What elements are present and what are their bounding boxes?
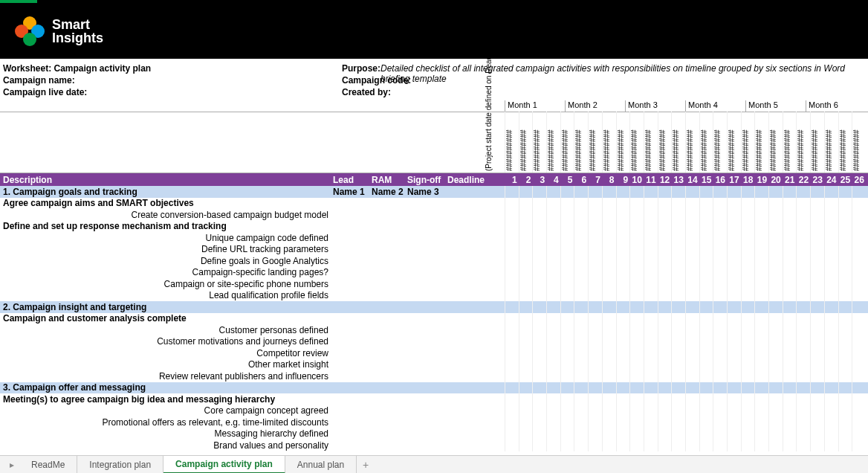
row-description: Define URL tracking parameters — [0, 244, 333, 254]
sheet-tab[interactable]: Annual plan — [285, 456, 357, 474]
table-row[interactable]: Messaging hierarchy defined — [0, 428, 868, 440]
table-row[interactable]: Create conversion-based campaign budget … — [0, 209, 868, 221]
row-timeline — [493, 255, 868, 267]
table-row[interactable]: Review relevant publishers and influence… — [0, 370, 868, 382]
week-number: 24 — [824, 175, 838, 185]
purpose-label: Purpose: — [342, 63, 380, 75]
add-sheet-button[interactable]: + — [357, 459, 375, 471]
header-deadline: Deadline — [447, 175, 493, 185]
date-column: ########## — [852, 112, 866, 173]
column-headers: Description Lead RAM Sign-off Deadline 1… — [0, 173, 868, 186]
week-number: 19 — [754, 175, 768, 185]
month-header: Month 4 — [685, 100, 745, 112]
row-timeline — [493, 382, 868, 394]
worksheet-label: Worksheet: Campaign activity plan — [3, 63, 151, 75]
row-description: Meeting(s) to agree campaign big idea an… — [0, 394, 333, 405]
row-description: Messaging hierarchy defined — [0, 428, 333, 439]
date-column: ########## — [671, 112, 685, 173]
table-row[interactable]: Campaign and customer analysis complete — [0, 313, 868, 325]
table-row[interactable]: Define URL tracking parameters — [0, 244, 868, 256]
table-row[interactable]: 2. Campaign insight and targeting — [0, 301, 868, 313]
table-row[interactable]: Unique campaign code defined — [0, 232, 868, 244]
sheet-tab[interactable]: Campaign activity plan — [163, 456, 285, 474]
created-by-label: Created by: — [342, 87, 416, 99]
dates-row: (Project start date defined on ReadMe) #… — [0, 112, 868, 173]
row-timeline — [493, 244, 868, 256]
row-description: Campaign-specific landing pages? — [0, 267, 333, 277]
date-column: ########## — [505, 112, 519, 173]
week-number: 3 — [532, 175, 546, 185]
row-timeline — [493, 370, 868, 382]
logo-text: SmartInsights — [52, 18, 103, 45]
month-header: Month 3 — [625, 100, 685, 112]
row-description: 1. Campaign goals and tracking — [0, 187, 333, 197]
week-number: 26 — [852, 175, 866, 185]
tab-nav-prev-icon[interactable]: ▸ — [4, 460, 19, 470]
row-ram: Name 2 — [372, 187, 407, 197]
table-row[interactable]: 1. Campaign goals and trackingName 1Name… — [0, 186, 868, 198]
data-rows: 1. Campaign goals and trackingName 1Name… — [0, 186, 868, 451]
row-timeline — [493, 301, 868, 313]
table-row[interactable]: Campaign-specific landing pages? — [0, 267, 868, 279]
week-number: 15 — [699, 175, 713, 185]
table-row[interactable]: Define goals in Google Analytics — [0, 255, 868, 267]
week-number: 18 — [741, 175, 755, 185]
months-row: Month 1Month 2Month 3Month 4Month 5Month… — [0, 100, 868, 112]
table-row[interactable]: Competitor review — [0, 347, 868, 359]
week-number: 20 — [768, 175, 783, 185]
week-number: 11 — [644, 175, 658, 185]
sheet-tab[interactable]: ReadMe — [19, 456, 77, 474]
week-number: 9 — [616, 175, 630, 185]
table-row[interactable]: Core campaign concept agreed — [0, 405, 868, 417]
date-column: ########## — [727, 112, 741, 173]
row-description: 2. Campaign insight and targeting — [0, 302, 333, 312]
row-description: Agree campaign aims and SMART objectives — [0, 198, 333, 208]
row-timeline — [493, 313, 868, 325]
campaign-code-label: Campaign code: — [342, 75, 416, 87]
table-row[interactable]: 3. Campaign offer and messaging — [0, 382, 868, 394]
date-column: ########## — [741, 112, 755, 173]
date-column: ########## — [629, 112, 644, 173]
table-row[interactable]: Brand values and personality — [0, 440, 868, 451]
week-number: 25 — [838, 175, 852, 185]
row-timeline — [493, 278, 868, 290]
table-row[interactable]: Campaign or site-specific phone numbers — [0, 278, 868, 290]
table-row[interactable]: Agree campaign aims and SMART objectives — [0, 198, 868, 210]
week-number: 6 — [574, 175, 588, 185]
row-description: Brand values and personality — [0, 440, 333, 451]
row-description: Review relevant publishers and influence… — [0, 371, 333, 382]
week-number: 8 — [602, 175, 616, 185]
logo-icon — [13, 15, 46, 48]
table-row[interactable]: Customer personas defined — [0, 324, 868, 336]
row-description: 3. Campaign offer and messaging — [0, 382, 333, 393]
table-row[interactable]: Lead qualification profile fields — [0, 290, 868, 302]
banner: SmartInsights — [0, 3, 868, 59]
row-description: Define and set up response mechanism and… — [0, 221, 333, 231]
row-timeline — [493, 221, 868, 233]
table-row[interactable]: Other market insight — [0, 359, 868, 371]
sheet-tab[interactable]: Integration plan — [77, 456, 163, 474]
row-description: Core campaign concept agreed — [0, 405, 333, 416]
row-description: Unique campaign code defined — [0, 233, 333, 243]
row-description: Customer motivations and journeys define… — [0, 336, 333, 347]
row-timeline — [493, 393, 868, 405]
row-timeline — [493, 336, 868, 348]
table-row[interactable]: Customer motivations and journeys define… — [0, 336, 868, 348]
row-timeline — [493, 405, 868, 417]
date-column: ########## — [602, 112, 616, 173]
table-row[interactable]: Define and set up response mechanism and… — [0, 221, 868, 233]
header-ram: RAM — [372, 175, 407, 185]
row-timeline — [493, 209, 868, 221]
week-number: 5 — [560, 175, 574, 185]
date-column: ########## — [644, 112, 658, 173]
date-column: ########## — [546, 112, 560, 173]
row-description: Create conversion-based campaign budget … — [0, 210, 333, 220]
week-number: 14 — [685, 175, 699, 185]
week-number: 12 — [658, 175, 672, 185]
week-number: 2 — [519, 175, 533, 185]
row-lead: Name 1 — [333, 187, 372, 197]
row-signoff: Name 3 — [407, 187, 447, 197]
table-row[interactable]: Promotional offers as relevant, e.g. tim… — [0, 416, 868, 428]
table-row[interactable]: Meeting(s) to agree campaign big idea an… — [0, 393, 868, 405]
week-number: 13 — [671, 175, 685, 185]
